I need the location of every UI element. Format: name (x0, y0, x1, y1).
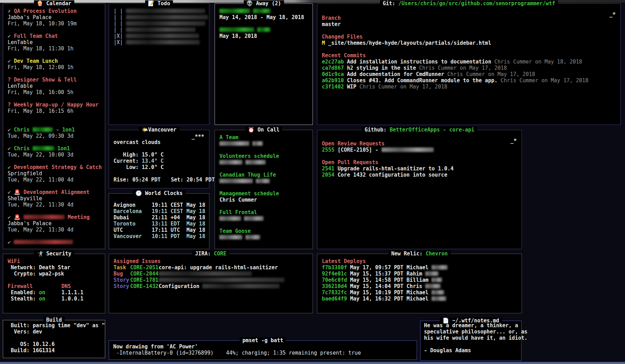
event-status-icon: ? (8, 77, 14, 83)
pr-number: 2054 (322, 172, 334, 178)
commit-message: Closes #43. Add CommandRunner module to … (344, 77, 498, 84)
firewall-enabled-value: on (39, 289, 45, 296)
weather-panel[interactable]: 🌤️Vancouver _*** overcast clouds High: 1… (109, 130, 209, 188)
world-clocks-panel[interactable]: 🕐 World Clocks Avignon19:11 CESTMay 18 B… (109, 193, 209, 249)
battery-panel[interactable]: pmset -g batt Now drawing from 'AC Power… (109, 340, 417, 360)
issue-key: CORE-1432 (130, 283, 159, 289)
review-requests-header: Open Review Requests (322, 141, 517, 147)
redacted-text (219, 141, 249, 146)
away-panel[interactable]: 👽 Away (2) May 14, 2018 - May 18, 2018 M… (215, 3, 313, 125)
build-version-line: Vers: dev (8, 329, 100, 335)
event-date: Tue, May 22, 09:30 3d (8, 133, 100, 139)
git-commit: e2c27ab Add installation instructions to… (322, 59, 616, 65)
window-bottom-edge (0, 362, 625, 364)
event-title: Designer Show & Tell (14, 77, 77, 83)
event-status-icon: ✔ (8, 214, 14, 220)
pr-title: Core 1432 configuration into source (334, 172, 447, 178)
note-line: speculative philosopher... or, as (424, 329, 518, 335)
dns-server-1: 1.1.1.1 (61, 289, 83, 296)
battery-status-line: -InternalBattery-0 (id=3276899) 44%; cha… (113, 350, 412, 356)
on-call-panel[interactable]: ⏰ On Call A Team Volunteers schedule Can… (215, 130, 313, 249)
firewall-header: Firewall (8, 283, 100, 289)
schedule-name: Volunteers schedule (219, 153, 308, 159)
event-location: Jabba's Palace (8, 220, 100, 227)
deploy-info: May 15, 10:19 PDT Michael (347, 289, 432, 296)
todo-checkbox: | | (114, 14, 123, 20)
security-panel[interactable]: 🤺 Security WiFi Network: Death Star Cryp… (3, 254, 105, 313)
event-title: Chris (14, 127, 33, 133)
event-location: Springfield (8, 170, 100, 177)
clock-date: May 18 (186, 208, 205, 214)
calendar-event: ✔ Dev Team Lunch Fri, May 18, 12:00 1h (8, 58, 100, 70)
issue-key: CORE-2051 (130, 264, 159, 271)
event-status-icon: ✔ (8, 239, 14, 245)
deploy-hash: baed64f9 (322, 296, 347, 302)
clock-row: Toronto13:11 EDTMay 18 (114, 221, 205, 227)
event-date: Fri, May 18, 11:30 1h (8, 45, 100, 52)
redacted-text (425, 271, 439, 276)
wifi-header: WiFi (8, 258, 100, 264)
calendar-event: ✔ Chris - 1on1 Tue, May 22, 09:30 3d (8, 127, 100, 139)
wtf-terminal-dashboard[interactable]: 🍿 Calendar ✗ QA Process Evolution Jabba'… (0, 0, 625, 364)
calendar-event: ✔ 🚨 Development Alignment Shelbyville Tu… (8, 189, 100, 208)
deploy-info: May 17, 09:57 PDT Michael (347, 264, 432, 271)
notes-panel[interactable]: 📄 ~/.wtf/notes.md He was a dreamer, a th… (420, 321, 522, 361)
issue-type: Story (114, 283, 130, 289)
schedule-name: Team Goose (219, 228, 308, 234)
clock-city: Barcelona (114, 208, 152, 214)
jira-panel[interactable]: JIRA: CORE Assigned Issues TaskCORE-2051… (109, 254, 313, 313)
calendar-event: ✔ Chris 1on1 Tue, May 22, 10:00 3d (8, 145, 100, 158)
note-attribution: - Douglas Adams (424, 347, 518, 354)
clock-row: Avignon19:11 CESTMay 18 (114, 202, 205, 208)
deploy-info: May 15, 14:58 PDT Billiam (347, 277, 432, 283)
on-call-section: Management schedule Chris Cummer (219, 191, 308, 203)
clock-date: May 18 (186, 221, 205, 227)
weather-sunrise: Rise: 05:24 PDT (114, 177, 160, 183)
clock-date: May 18 (186, 233, 205, 239)
redacted-text (219, 179, 253, 183)
event-title: Meeting (65, 214, 90, 220)
calendar-event: ? Designer Show & Tell LenTable Fri, May… (8, 77, 100, 95)
away-entry: May 18, 2018 (219, 27, 308, 39)
jira-issue: StoryCORE-1781 (114, 277, 308, 283)
weather-low: 12.0° C (142, 164, 164, 170)
issue-type: Task (114, 264, 130, 271)
event-date: Fri, May 18, 10:30 19m (8, 20, 100, 27)
issue-summary: core-api: upgrade rails-html-sanitizer (159, 264, 278, 271)
weather-sunset: Set: 20:54 PDT (171, 177, 215, 183)
todo-checkbox: | | (114, 20, 123, 27)
todo-checkbox: | | (114, 8, 123, 14)
git-commit: c3f1402 WIP Chris Cummer on May 17, 2018 (322, 84, 616, 90)
redacted-text (219, 235, 242, 239)
redacted-text (159, 271, 252, 276)
redacted-text (432, 278, 442, 282)
git-panel[interactable]: Git: /Users/chris/go/src/github.com/seno… (317, 3, 621, 125)
github-panel[interactable]: Github: BetterOfficeApps - core-api _* O… (317, 130, 522, 249)
event-title: Dev Team Lunch (14, 58, 58, 64)
clock-city: UTC (114, 227, 152, 233)
build-panel[interactable]: Build Built: parsing time "dev" as " Ver… (3, 320, 105, 358)
event-location: Shelbyville (8, 195, 100, 202)
issue-key: CORE-1781 (130, 277, 159, 283)
deploy-row: 70e6c0fd May 15, 14:58 PDT Billiam (322, 277, 517, 283)
event-date: Fri, May 18, 12:00 1h (8, 64, 100, 70)
siren-icon: 🚨 (14, 214, 20, 220)
commit-message: Add documentation for CmdRunner (344, 71, 444, 77)
event-location: LenTable (8, 39, 100, 45)
redacted-text (257, 27, 270, 32)
git-commits-header: Recent Commits (322, 52, 616, 59)
calendar-event: ✔ Development Strategy & Catch U Springf… (8, 164, 100, 183)
redacted-text (14, 240, 73, 244)
power-source-line: Now drawing from 'AC Power' (113, 344, 412, 350)
clock-time: 13:11 EDT (152, 221, 186, 227)
event-title: Chris (14, 145, 33, 152)
clock-date: May 18 (186, 227, 205, 233)
weather-condition: overcast clouds (114, 139, 205, 145)
clock-time: 21:11 +04 (152, 214, 186, 221)
new-relic-panel[interactable]: New Relic: Chevron Latest Deploys f7b338… (317, 254, 522, 313)
calendar-panel[interactable]: 🍿 Calendar ✗ QA Process Evolution Jabba'… (3, 3, 105, 249)
redacted-text (24, 215, 65, 219)
todo-panel[interactable]: 📝 Todo | | | | | | | | |X| |X| (109, 3, 209, 125)
dns-server-2: 1.0.0.1 (61, 296, 83, 302)
clock-row: Barcelona19:11 CESTMay 18 (114, 208, 205, 214)
